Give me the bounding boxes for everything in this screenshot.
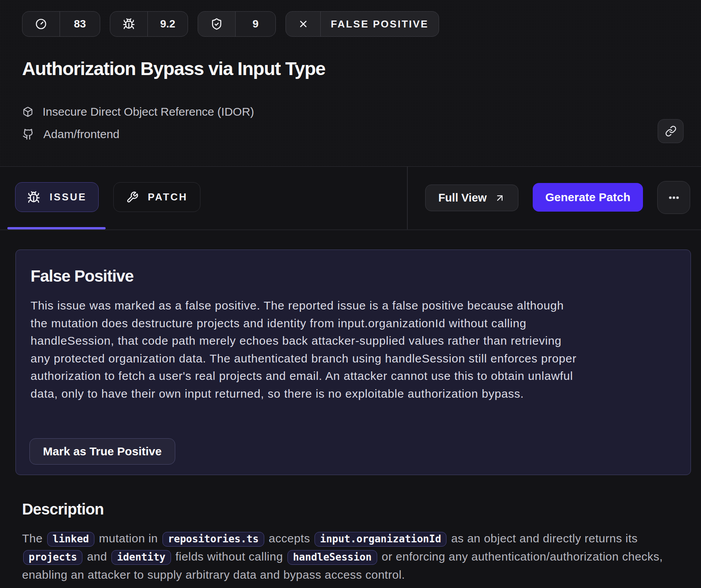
repository-label: Adam/frontend — [43, 128, 120, 141]
generate-patch-label: Generate Patch — [545, 191, 630, 204]
status-label: FALSE POSITIVE — [321, 12, 439, 36]
tabbar-divider — [407, 167, 408, 229]
issue-detail-page: 83 9.2 9 FALSE POSITIVE Author — [0, 0, 701, 588]
inline-code-chip: handleSession — [287, 550, 377, 565]
status-badge: FALSE POSITIVE — [286, 11, 439, 37]
page-title: Authorization Bypass via Input Type — [22, 58, 325, 79]
bug-icon — [27, 191, 40, 204]
description-body: The linked mutation in repositories.ts a… — [22, 530, 693, 584]
copy-link-button[interactable] — [658, 119, 684, 143]
github-icon — [22, 128, 34, 140]
inline-code-chip: input.organizationId — [315, 532, 446, 547]
shield-value: 9 — [236, 12, 275, 36]
full-view-label: Full View — [438, 191, 487, 204]
description-section: Description The linked mutation in repos… — [22, 501, 693, 584]
link-icon — [665, 125, 677, 137]
false-positive-card: False Positive This issue was marked as … — [15, 250, 691, 475]
issue-header: 83 9.2 9 FALSE POSITIVE Author — [0, 0, 701, 167]
inline-code-chip: repositories.ts — [162, 532, 264, 547]
tab-patch[interactable]: PATCH — [113, 182, 200, 212]
wrench-icon — [126, 191, 138, 203]
false-positive-body: This issue was marked as a false positiv… — [31, 297, 677, 402]
bug-icon — [110, 12, 148, 36]
tab-patch-label: PATCH — [148, 191, 188, 203]
badges-row: 83 9.2 9 FALSE POSITIVE — [22, 11, 439, 37]
gauge-icon — [22, 12, 60, 36]
severity-badge: 9.2 — [110, 11, 188, 37]
repository-row: Adam/frontend — [22, 128, 120, 141]
ellipsis-icon — [668, 191, 680, 204]
box-icon — [22, 106, 33, 117]
category-row: Insecure Direct Object Reference (IDOR) — [22, 105, 254, 118]
inline-code-chip: identity — [111, 550, 171, 565]
inline-code-chip: projects — [23, 550, 82, 565]
false-positive-title: False Positive — [31, 267, 676, 285]
severity-value: 9.2 — [148, 12, 188, 36]
active-tab-underline — [7, 227, 106, 229]
score-value: 83 — [60, 12, 100, 36]
tab-issue[interactable]: ISSUE — [15, 182, 99, 212]
arrow-up-right-icon — [494, 193, 505, 203]
generate-patch-button[interactable]: Generate Patch — [533, 183, 643, 212]
description-title: Description — [22, 501, 693, 518]
inline-code-chip: linked — [47, 532, 94, 547]
full-view-button[interactable]: Full View — [425, 185, 518, 211]
mark-true-positive-button[interactable]: Mark as True Positive — [29, 438, 175, 465]
x-icon — [286, 12, 321, 36]
shield-check-icon — [198, 12, 236, 36]
score-badge: 83 — [22, 11, 100, 37]
more-actions-button[interactable] — [657, 181, 690, 214]
tab-issue-label: ISSUE — [50, 191, 87, 203]
category-label: Insecure Direct Object Reference (IDOR) — [43, 105, 254, 118]
tab-bar: ISSUE PATCH Full View Generate Patch — [0, 167, 701, 230]
shield-badge: 9 — [198, 11, 276, 37]
